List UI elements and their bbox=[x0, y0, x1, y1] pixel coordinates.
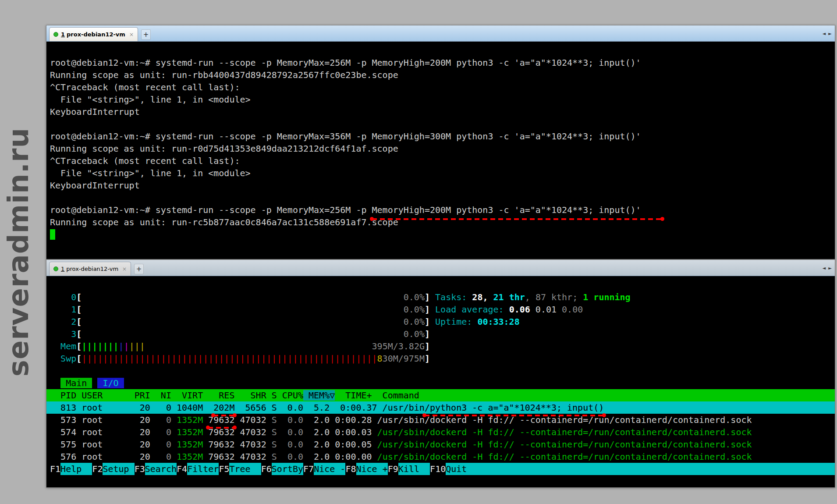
terminal-line: KeyboardInterrupt bbox=[46, 106, 835, 118]
top-tab-bar: 1 prox-debian12-vm × + ◄ ► bbox=[46, 25, 835, 42]
terminal-line bbox=[46, 228, 835, 241]
terminal-line: PID USER PRI NI VIRT RES SHR S CPU% MEM%… bbox=[46, 389, 835, 401]
terminal-line: 3[ 0.0%] bbox=[46, 328, 835, 340]
new-tab-button[interactable]: + bbox=[134, 264, 144, 274]
terminal-line: 813 root 20 0 1040M 202M 5656 S 0.0 5.2 … bbox=[46, 401, 835, 414]
terminal-screen-htop[interactable]: 0[ 0.0%] Tasks: 28, 21 thr, 87 kthr; 1 r… bbox=[46, 276, 835, 487]
terminal-line: F1Help F2Setup F3SearchF4FilterF5Tree F6… bbox=[46, 463, 835, 475]
tab-status-dot bbox=[53, 32, 58, 37]
tab-status-dot bbox=[53, 266, 58, 271]
tab-prox-debian12-vm[interactable]: 1 prox-debian12-vm × bbox=[49, 262, 131, 276]
terminal-window-htop: 1 prox-debian12-vm × + ◄ ► 0[ 0.0%] Task… bbox=[46, 259, 835, 488]
tab-scroll-controls: ◄ ► bbox=[823, 25, 832, 41]
terminal-line: root@debian12-vm:~# systemd-run --scope … bbox=[46, 57, 835, 69]
terminal-line: Mem[|||||||||||| 395M/3.82G] bbox=[46, 340, 835, 352]
tab-close-icon[interactable]: × bbox=[122, 266, 127, 272]
tab-scroll-left-icon[interactable]: ◄ bbox=[823, 266, 826, 270]
terminal-line: File "<string>", line 1, in <module> bbox=[46, 93, 835, 106]
terminal-line: ^CTraceback (most recent call last): bbox=[46, 155, 835, 167]
terminal-line bbox=[46, 192, 835, 204]
tab-label: prox-debian12-vm bbox=[67, 31, 125, 38]
terminal-line: 574 root 20 0 1352M 79632 47032 S 0.0 2.… bbox=[46, 426, 835, 438]
terminal-line bbox=[46, 118, 835, 130]
tab-scroll-right-icon[interactable]: ► bbox=[828, 266, 832, 270]
terminal-line: 576 root 20 0 1352M 79632 47032 S 0.0 2.… bbox=[46, 451, 835, 463]
watermark-text: serveradmin.ru bbox=[2, 128, 35, 376]
annotation-memoryhigh-underline bbox=[372, 218, 662, 220]
terminal-screen-commands[interactable]: root@debian12-vm:~# systemd-run --scope … bbox=[46, 42, 835, 259]
tab-scroll-right-icon[interactable]: ► bbox=[828, 31, 832, 36]
terminal-line: root@debian12-vm:~# systemd-run --scope … bbox=[46, 130, 835, 142]
tab-index: 1 bbox=[61, 266, 64, 272]
terminal-line: Main I/O bbox=[46, 377, 835, 389]
tab-scroll-left-icon[interactable]: ◄ bbox=[823, 31, 826, 36]
terminal-line bbox=[46, 365, 835, 377]
tab-label: prox-debian12-vm bbox=[66, 266, 118, 272]
terminal-line: KeyboardInterrupt bbox=[46, 179, 835, 192]
terminal-line: 2[ 0.0%] Uptime: 00:33:28 bbox=[46, 316, 835, 328]
tab-scroll-controls: ◄ ► bbox=[823, 260, 832, 276]
terminal-line: Running scope as unit: run-rbb4400437d89… bbox=[46, 69, 835, 81]
terminal-line: 1[ 0.0%] Load average: 0.06 0.01 0.00 bbox=[46, 303, 835, 316]
terminal-line: root@debian12-vm:~# systemd-run --scope … bbox=[46, 204, 835, 216]
bottom-tab-bar: 1 prox-debian12-vm × + ◄ ► bbox=[46, 260, 835, 276]
terminal-line: ^CTraceback (most recent call last): bbox=[46, 81, 835, 93]
tab-prox-debian12-vm[interactable]: 1 prox-debian12-vm × bbox=[49, 27, 138, 41]
new-tab-button[interactable]: + bbox=[141, 29, 151, 40]
terminal-line: 0[ 0.0%] Tasks: 28, 21 thr, 87 kthr; 1 r… bbox=[46, 291, 835, 303]
terminal-line: Running scope as unit: run-r0d75d41353e8… bbox=[46, 142, 835, 155]
terminal-line: Swp[||||||||||||||||||||||||||||||||||||… bbox=[46, 352, 835, 365]
desktop: serveradmin.ru 1 prox-debian12-vm × + ◄ … bbox=[0, 0, 837, 504]
tab-index: 1 bbox=[61, 31, 65, 38]
terminal-window-commands: 1 prox-debian12-vm × + ◄ ► root@debian12… bbox=[46, 25, 835, 259]
annotation-res-813-underline bbox=[213, 415, 234, 416]
terminal-line: File "<string>", line 1, in <module> bbox=[46, 167, 835, 179]
tab-close-icon[interactable]: × bbox=[129, 32, 134, 38]
annotation-res-573-underline bbox=[208, 427, 234, 429]
annotation-command-underline bbox=[425, 415, 604, 416]
terminal-line: 575 root 20 0 1352M 79632 47032 S 0.0 2.… bbox=[46, 438, 835, 451]
